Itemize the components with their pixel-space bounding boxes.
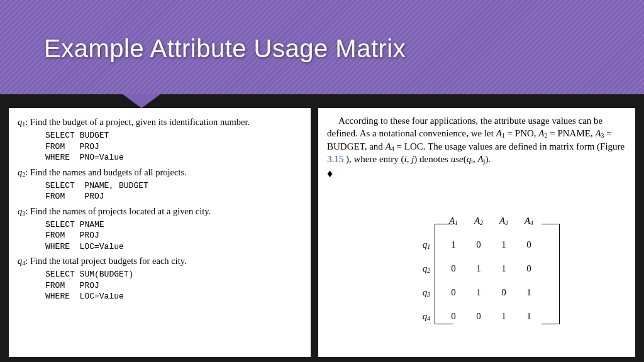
para-text: ). <box>485 154 491 164</box>
query-4: q4: Find the total project budgets for e… <box>18 256 302 266</box>
matrix-cell: 1 <box>516 280 541 304</box>
para-text: ) denotes <box>414 154 450 164</box>
query-3: q3: Find the names of projects located a… <box>18 206 302 217</box>
matrix-cell: 1 <box>491 256 516 280</box>
query-1-sql: SELECT BUDGET FROM PROJ WHERE PNO=Value <box>45 130 302 163</box>
para-text: = LOC. The usage values are defined in m… <box>394 141 625 151</box>
usage-matrix: A1 A2 A3 A4 q1 1 0 1 0 q2 0 <box>416 209 541 328</box>
col-header: A2 <box>466 209 491 233</box>
matrix-bracket-left-icon <box>435 224 453 324</box>
matrix-bracket-right-icon <box>541 224 560 324</box>
figure-reference: 3.15 <box>327 154 343 164</box>
query-desc: : Find the names of projects located at … <box>25 206 211 216</box>
para-sym: use <box>451 154 464 164</box>
matrix-cell: 0 <box>516 256 541 280</box>
slide: Example Attribute Usage Matrix q1: Find … <box>0 0 644 362</box>
para-text: ), where entry ( <box>346 154 404 164</box>
query-desc: : Find the names and budgets of all proj… <box>25 167 187 177</box>
matrix-cell: 0 <box>516 233 541 256</box>
end-marker-icon: ♦ <box>327 167 333 180</box>
query-1: q1: Find the budget of a project, given … <box>18 117 302 128</box>
query-3-sql: SELECT PNAME FROM PROJ WHERE LOC=Value <box>45 219 302 253</box>
para-sym: A <box>595 128 601 138</box>
title-pointer-icon <box>123 94 160 108</box>
explanation-paragraph: According to these four applications, th… <box>327 114 626 181</box>
col-header: A4 <box>516 209 541 233</box>
matrix-cell: 0 <box>491 280 516 304</box>
title-band: Example Attribute Usage Matrix <box>0 0 644 94</box>
para-sym: A <box>496 128 502 138</box>
matrix-cell: 1 <box>466 256 491 280</box>
matrix-cell: 1 <box>491 304 516 328</box>
matrix-cell: 0 <box>466 304 491 328</box>
slide-title: Example Attribute Usage Matrix <box>44 35 406 63</box>
query-2-sql: SELECT PNAME, BUDGET FROM PROJ <box>45 180 302 202</box>
query-desc: : Find the budget of a project, given it… <box>25 117 250 127</box>
para-text: = PNO, <box>505 128 538 138</box>
para-sym: A <box>386 141 391 151</box>
query-desc: : Find the total project budgets for eac… <box>25 256 186 266</box>
explanation-card: According to these four applications, th… <box>318 108 635 357</box>
matrix-cell: 1 <box>491 233 516 256</box>
content-area: q1: Find the budget of a project, given … <box>9 108 635 357</box>
query-2: q2: Find the names and budgets of all pr… <box>18 167 302 178</box>
matrix-cell: 1 <box>466 280 491 304</box>
para-sym: A <box>477 154 483 164</box>
query-4-sql: SELECT SUM(BUDGET) FROM PROJ WHERE LOC=V… <box>45 269 302 302</box>
matrix-cell: 0 <box>466 233 491 256</box>
queries-card: q1: Find the budget of a project, given … <box>9 108 311 357</box>
para-text: = PNAME, <box>547 128 595 138</box>
col-header: A3 <box>491 209 516 233</box>
matrix-cell: 1 <box>516 304 541 328</box>
